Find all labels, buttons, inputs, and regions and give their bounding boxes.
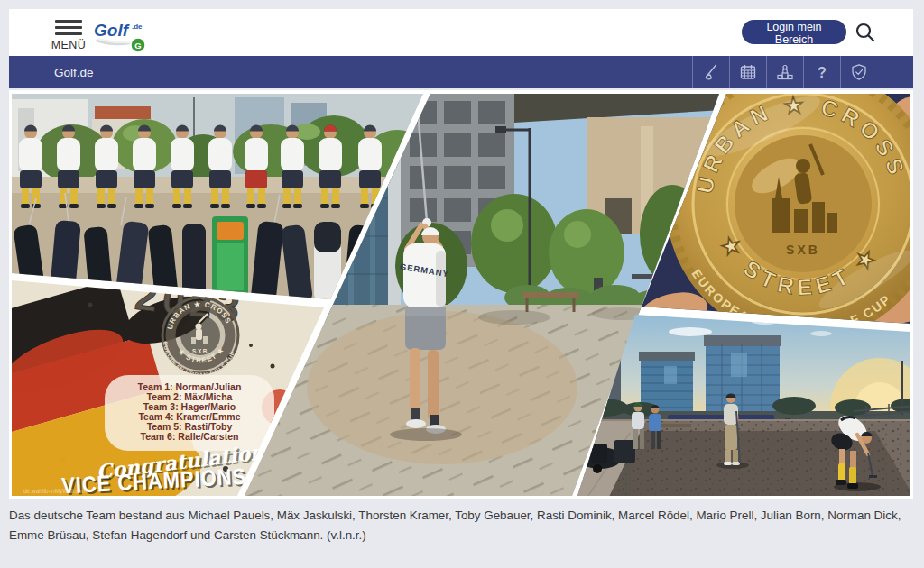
golf-club-icon	[701, 62, 721, 82]
golfde-logo[interactable]: Golf .de G	[92, 20, 155, 56]
ranking-podium-button[interactable]	[766, 56, 803, 88]
login-button[interactable]: Login mein Bereich	[742, 20, 846, 44]
calendar-icon	[738, 62, 758, 82]
logo-suffix: .de	[132, 23, 143, 31]
calendar-button[interactable]	[729, 56, 766, 88]
medal-center-text: SXB	[786, 243, 820, 257]
caption: Das deutsche Team bestand aus Michael Pa…	[9, 506, 904, 545]
menu-button[interactable]: MENÜ	[51, 17, 87, 53]
shield-check-icon	[849, 62, 869, 82]
page: MENÜ Golf .de G Login mein Bereich Golf.…	[0, 0, 924, 568]
flag-logo-center: SXB	[192, 348, 208, 354]
help-icon: ?	[812, 62, 832, 82]
search-button[interactable]	[854, 21, 877, 44]
svg-text:G: G	[134, 41, 141, 50]
search-icon	[854, 21, 877, 44]
golfde-logo-icon: Golf .de G	[92, 20, 155, 56]
navbar-icon-group: ?	[692, 56, 877, 88]
svg-text:?: ?	[818, 65, 827, 80]
navbar: Golf.de	[9, 56, 913, 88]
team-list: Team 1: Norman/Julian Team 2: Mäx/Micha …	[138, 381, 242, 442]
hamburger-icon	[55, 20, 82, 35]
logo-text: Golf	[94, 21, 130, 40]
breadcrumb[interactable]: Golf.de	[54, 66, 94, 79]
golf-club-button[interactable]	[692, 56, 729, 88]
ranking-podium-icon	[775, 62, 795, 82]
photo-watermark: de.wahlib-inMyWall.com	[23, 488, 87, 495]
shield-check-button[interactable]	[840, 56, 877, 88]
header: MENÜ Golf .de G Login mein Bereich	[9, 9, 913, 56]
help-button[interactable]: ?	[803, 56, 840, 88]
team-list-item: Team 6: Ralle/Carsten	[141, 431, 239, 442]
photo-collage: 2023 SXB URBAN ★ CROSS ★ STREET ★	[9, 90, 913, 499]
menu-label: MENÜ	[51, 39, 87, 51]
